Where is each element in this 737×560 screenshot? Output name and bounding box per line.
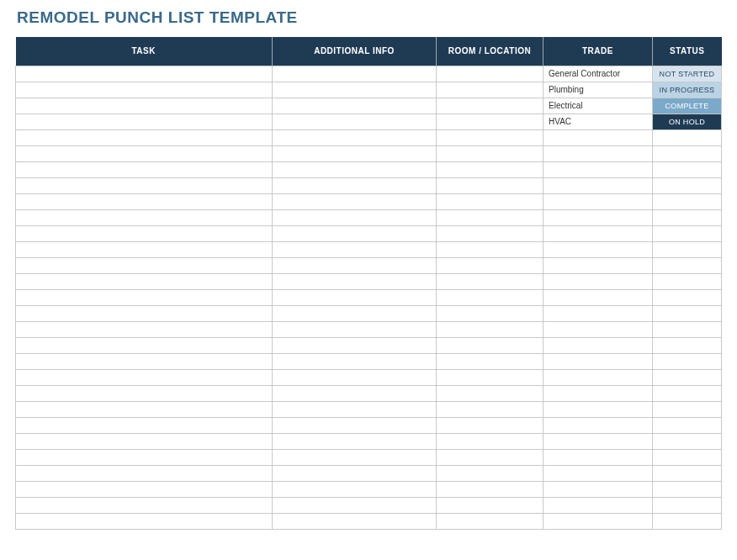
cell-info[interactable] bbox=[273, 241, 437, 257]
cell-trade[interactable] bbox=[543, 305, 653, 321]
cell-info[interactable] bbox=[273, 273, 437, 289]
cell-trade[interactable] bbox=[543, 289, 653, 305]
cell-task[interactable] bbox=[16, 337, 273, 353]
cell-trade[interactable] bbox=[543, 369, 653, 385]
cell-info[interactable] bbox=[273, 114, 437, 129]
cell-room[interactable] bbox=[437, 289, 543, 305]
cell-trade[interactable] bbox=[543, 177, 653, 193]
cell-status[interactable] bbox=[653, 433, 722, 449]
cell-status[interactable] bbox=[653, 401, 722, 417]
cell-status[interactable] bbox=[653, 177, 722, 193]
cell-room[interactable] bbox=[437, 98, 543, 114]
cell-room[interactable] bbox=[437, 257, 543, 273]
cell-info[interactable] bbox=[273, 433, 437, 449]
cell-trade[interactable] bbox=[543, 449, 653, 465]
cell-room[interactable] bbox=[437, 193, 543, 209]
cell-info[interactable] bbox=[273, 353, 437, 369]
cell-status[interactable] bbox=[653, 481, 722, 497]
cell-status[interactable] bbox=[653, 225, 722, 241]
cell-room[interactable] bbox=[437, 417, 543, 433]
cell-trade[interactable] bbox=[543, 497, 653, 513]
cell-task[interactable] bbox=[16, 193, 273, 209]
cell-info[interactable] bbox=[273, 385, 437, 401]
cell-task[interactable] bbox=[16, 161, 273, 177]
cell-status[interactable] bbox=[653, 385, 722, 401]
cell-trade[interactable] bbox=[543, 145, 653, 161]
cell-trade[interactable] bbox=[543, 513, 653, 529]
cell-status[interactable] bbox=[653, 129, 722, 145]
cell-info[interactable] bbox=[273, 321, 437, 337]
cell-trade[interactable]: Plumbing bbox=[543, 82, 653, 98]
cell-task[interactable] bbox=[16, 385, 273, 401]
cell-status[interactable] bbox=[653, 145, 722, 161]
cell-trade[interactable] bbox=[543, 193, 653, 209]
cell-task[interactable] bbox=[16, 497, 273, 513]
cell-status[interactable] bbox=[653, 273, 722, 289]
cell-status[interactable]: COMPLETE bbox=[653, 98, 722, 114]
cell-room[interactable] bbox=[437, 129, 543, 145]
cell-task[interactable] bbox=[16, 241, 273, 257]
cell-room[interactable] bbox=[437, 82, 543, 98]
cell-room[interactable] bbox=[437, 305, 543, 321]
cell-room[interactable] bbox=[437, 401, 543, 417]
cell-info[interactable] bbox=[273, 161, 437, 177]
cell-trade[interactable] bbox=[543, 209, 653, 225]
cell-trade[interactable] bbox=[543, 481, 653, 497]
cell-info[interactable] bbox=[273, 465, 437, 481]
cell-trade[interactable] bbox=[543, 321, 653, 337]
cell-trade[interactable] bbox=[543, 433, 653, 449]
cell-task[interactable] bbox=[16, 209, 273, 225]
cell-room[interactable] bbox=[437, 177, 543, 193]
cell-room[interactable] bbox=[437, 225, 543, 241]
cell-trade[interactable] bbox=[543, 385, 653, 401]
cell-status[interactable] bbox=[653, 289, 722, 305]
cell-status[interactable]: NOT STARTED bbox=[653, 66, 722, 82]
cell-status[interactable]: IN PROGRESS bbox=[653, 82, 722, 98]
cell-room[interactable] bbox=[437, 114, 543, 129]
cell-info[interactable] bbox=[273, 513, 437, 529]
cell-trade[interactable]: General Contractor bbox=[543, 66, 653, 82]
cell-info[interactable] bbox=[273, 369, 437, 385]
cell-trade[interactable] bbox=[543, 273, 653, 289]
cell-status[interactable] bbox=[653, 209, 722, 225]
cell-status[interactable] bbox=[653, 257, 722, 273]
cell-room[interactable] bbox=[437, 369, 543, 385]
cell-status[interactable] bbox=[653, 193, 722, 209]
cell-task[interactable] bbox=[16, 66, 273, 82]
cell-task[interactable] bbox=[16, 225, 273, 241]
cell-status[interactable] bbox=[653, 513, 722, 529]
cell-info[interactable] bbox=[273, 82, 437, 98]
cell-task[interactable] bbox=[16, 449, 273, 465]
cell-room[interactable] bbox=[437, 321, 543, 337]
cell-status[interactable] bbox=[653, 497, 722, 513]
cell-info[interactable] bbox=[273, 66, 437, 82]
cell-room[interactable] bbox=[437, 465, 543, 481]
cell-status[interactable] bbox=[653, 321, 722, 337]
cell-task[interactable] bbox=[16, 417, 273, 433]
cell-trade[interactable] bbox=[543, 129, 653, 145]
cell-task[interactable] bbox=[16, 353, 273, 369]
cell-status[interactable] bbox=[653, 417, 722, 433]
cell-task[interactable] bbox=[16, 481, 273, 497]
cell-status[interactable] bbox=[653, 241, 722, 257]
cell-info[interactable] bbox=[273, 497, 437, 513]
cell-task[interactable] bbox=[16, 82, 273, 98]
cell-status[interactable] bbox=[653, 353, 722, 369]
cell-info[interactable] bbox=[273, 337, 437, 353]
cell-info[interactable] bbox=[273, 177, 437, 193]
cell-info[interactable] bbox=[273, 98, 437, 114]
cell-info[interactable] bbox=[273, 193, 437, 209]
cell-task[interactable] bbox=[16, 465, 273, 481]
cell-task[interactable] bbox=[16, 305, 273, 321]
cell-trade[interactable] bbox=[543, 353, 653, 369]
cell-info[interactable] bbox=[273, 145, 437, 161]
cell-room[interactable] bbox=[437, 449, 543, 465]
cell-room[interactable] bbox=[437, 66, 543, 82]
cell-status[interactable] bbox=[653, 449, 722, 465]
cell-room[interactable] bbox=[437, 145, 543, 161]
cell-trade[interactable] bbox=[543, 401, 653, 417]
cell-task[interactable] bbox=[16, 114, 273, 129]
cell-status[interactable] bbox=[653, 369, 722, 385]
cell-info[interactable] bbox=[273, 225, 437, 241]
cell-info[interactable] bbox=[273, 305, 437, 321]
